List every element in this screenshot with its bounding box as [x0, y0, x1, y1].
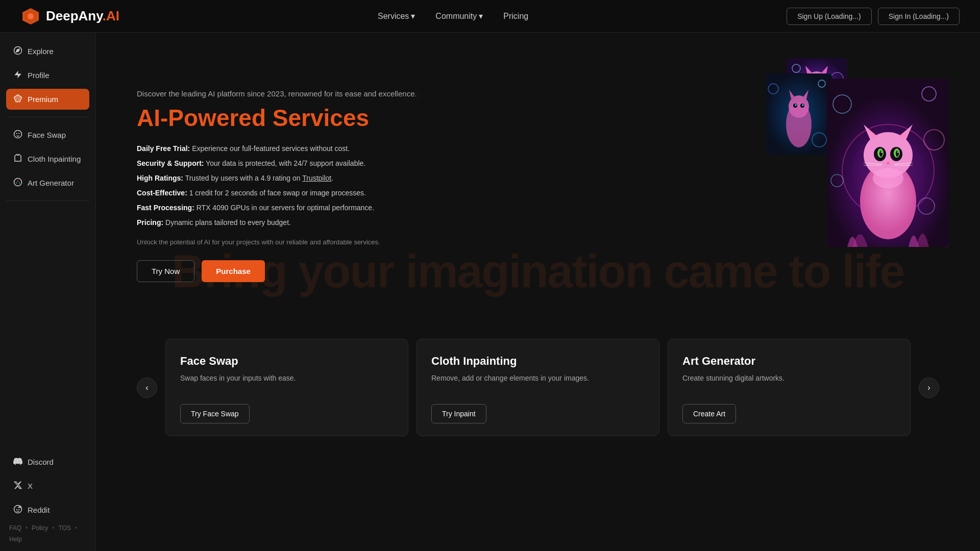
hero-image — [766, 58, 949, 247]
sidebar-footer: FAQ • Policy • TOS • Help — [6, 520, 89, 543]
feature-cost: Cost-Effective: 1 credit for 2 seconds o… — [137, 188, 417, 198]
sidebar-tools: Face Swap Cloth Inpainting Art Generator — [6, 124, 89, 193]
face-swap-card-title: Face Swap — [180, 355, 394, 368]
hero-image-container — [766, 58, 949, 247]
svg-point-7 — [14, 131, 22, 138]
sidebar-item-art-generator[interactable]: Art Generator — [6, 172, 89, 193]
hero-unlock-text: Unlock the potential of AI for your proj… — [137, 238, 417, 246]
try-now-button[interactable]: Try Now — [137, 260, 194, 282]
svg-point-15 — [16, 509, 17, 510]
service-card-cloth-inpainting: Cloth Inpainting Remove, add or change e… — [416, 339, 659, 436]
svg-point-2 — [28, 13, 34, 19]
nav-community[interactable]: Community ▾ — [435, 11, 483, 21]
sidebar-item-discord[interactable]: Discord — [6, 452, 89, 472]
hero-section: Bring your imagination came to life Disc… — [96, 33, 980, 329]
nav-services[interactable]: Services ▾ — [378, 11, 415, 21]
sidebar-top: Explore Profile Premium — [6, 41, 89, 110]
sidebar-divider-2 — [6, 201, 89, 201]
hero-subtitle: Discover the leading AI platform since 2… — [137, 89, 417, 98]
sidebar-divider-1 — [6, 117, 89, 117]
sidebar: Explore Profile Premium Fa — [0, 33, 96, 551]
hero-content: Discover the leading AI platform since 2… — [137, 89, 417, 282]
sidebar-twitter-label: X — [28, 482, 33, 490]
sidebar-item-face-swap[interactable]: Face Swap — [6, 124, 89, 145]
footer-tos[interactable]: TOS — [58, 524, 70, 532]
feature-security: Security & Support: Your data is protect… — [137, 158, 417, 169]
sidebar-item-cloth-inpainting[interactable]: Cloth Inpainting — [6, 148, 89, 169]
art-generator-card-title: Art Generator — [682, 355, 896, 368]
art-generator-card-desc: Create stunning digital artworks. — [682, 373, 896, 384]
sidebar-item-premium[interactable]: Premium — [6, 89, 89, 110]
layout: Explore Profile Premium Fa — [0, 33, 980, 551]
signin-button[interactable]: Sign In (Loading...) — [878, 8, 960, 25]
try-face-swap-button[interactable]: Try Face Swap — [180, 404, 250, 423]
svg-point-65 — [873, 168, 903, 188]
sidebar-explore-label: Explore — [28, 47, 54, 56]
svg-point-16 — [18, 509, 19, 510]
svg-point-38 — [795, 104, 797, 106]
face-icon — [13, 130, 22, 140]
sidebar-art-label: Art Generator — [28, 179, 74, 187]
signup-button[interactable]: Sign Up (Loading...) — [787, 8, 872, 25]
svg-point-11 — [16, 182, 17, 183]
service-card-face-swap: Face Swap Swap faces in your inputs with… — [165, 339, 408, 436]
logo-icon — [20, 6, 41, 27]
svg-point-39 — [802, 104, 804, 106]
svg-marker-4 — [16, 49, 19, 52]
lightning-icon — [13, 70, 22, 81]
svg-point-57 — [896, 151, 899, 157]
sidebar-item-reddit[interactable]: Reddit — [6, 499, 89, 520]
sidebar-item-explore[interactable]: Explore — [6, 41, 89, 62]
hero-features: Daily Free Trial: Experience our full-fe… — [137, 143, 417, 228]
svg-point-9 — [18, 133, 19, 134]
services-cards: Face Swap Swap faces in your inputs with… — [165, 339, 911, 436]
main-content: Bring your imagination came to life Disc… — [96, 33, 980, 551]
services-nav: ‹ Face Swap Swap faces in your inputs wi… — [137, 339, 939, 436]
svg-point-59 — [897, 152, 899, 153]
sidebar-bottom: Discord X Reddit — [6, 452, 89, 520]
cloth-inpainting-card-desc: Remove, add or change elements in your i… — [431, 373, 645, 384]
sidebar-reddit-label: Reddit — [28, 506, 50, 514]
try-inpaint-button[interactable]: Try Inpaint — [431, 404, 486, 423]
art-icon — [13, 178, 22, 188]
sidebar-profile-label: Profile — [28, 71, 50, 80]
cloth-icon — [13, 154, 22, 164]
cat-image-small-1 — [766, 73, 832, 155]
discord-icon — [13, 457, 22, 467]
header-nav: Services ▾ Community ▾ Pricing — [378, 11, 528, 21]
header: DeepAny.AI Services ▾ Community ▾ Pricin… — [0, 0, 980, 33]
sidebar-premium-label: Premium — [28, 95, 58, 104]
diamond-icon — [13, 94, 22, 105]
svg-point-10 — [14, 179, 22, 186]
create-art-button[interactable]: Create Art — [682, 404, 736, 423]
services-prev-button[interactable]: ‹ — [137, 378, 157, 398]
feature-pricing: Pricing: Dynamic plans tailored to every… — [137, 217, 417, 228]
cloth-inpainting-card-title: Cloth Inpainting — [431, 355, 645, 368]
sidebar-item-profile[interactable]: Profile — [6, 65, 89, 86]
purchase-button[interactable]: Purchase — [202, 260, 265, 282]
nav-pricing[interactable]: Pricing — [503, 12, 528, 21]
svg-marker-5 — [14, 71, 21, 79]
cat-image-main — [827, 79, 949, 247]
svg-marker-6 — [14, 95, 22, 102]
svg-point-58 — [881, 152, 883, 153]
trustpilot-link[interactable]: Trustpilot — [302, 174, 331, 182]
services-next-button[interactable]: › — [919, 378, 939, 398]
hero-title: AI-Powered Services — [137, 105, 417, 131]
feature-processing: Fast Processing: RTX 4090 GPUs in our se… — [137, 203, 417, 213]
logo-ai-text: .AI — [103, 8, 119, 23]
footer-policy[interactable]: Policy — [32, 524, 48, 532]
services-section: ‹ Face Swap Swap faces in your inputs wi… — [96, 329, 980, 457]
sidebar-item-twitter[interactable]: X — [6, 475, 89, 496]
svg-point-8 — [16, 133, 17, 134]
compass-icon — [13, 46, 22, 57]
logo[interactable]: DeepAny.AI — [20, 6, 119, 27]
svg-point-56 — [879, 151, 883, 157]
footer-faq[interactable]: FAQ — [9, 524, 21, 532]
footer-help[interactable]: Help — [9, 536, 22, 543]
header-actions: Sign Up (Loading...) Sign In (Loading...… — [787, 8, 960, 25]
logo-text: DeepAny.AI — [46, 8, 119, 24]
sidebar-cloth-label: Cloth Inpainting — [28, 155, 81, 163]
face-swap-card-desc: Swap faces in your inputs with ease. — [180, 373, 394, 384]
sidebar-discord-label: Discord — [28, 458, 54, 466]
